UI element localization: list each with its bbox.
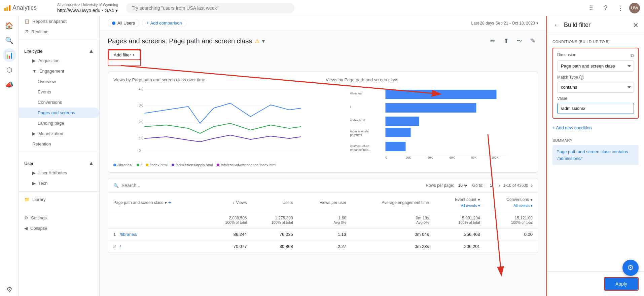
col-header-avg-engagement[interactable]: Average engagement time	[352, 193, 434, 212]
dimension-row: Dimension ⧉	[557, 52, 634, 58]
warning-icon: ⚠	[255, 38, 259, 44]
lifecycle-section-header[interactable]: Life cycle ▲	[19, 43, 99, 55]
svg-text:20K: 20K	[406, 156, 411, 159]
add-comparison-button[interactable]: + Add comparison	[142, 19, 186, 27]
reports-snapshot-icon: 📋	[24, 19, 30, 24]
page-path-add-icon[interactable]: +	[168, 200, 171, 206]
apply-btn-highlight: Apply	[604, 277, 639, 291]
sidebar-item-settings[interactable]: ⚙ Settings	[19, 213, 99, 223]
svg-text:100K: 100K	[492, 156, 499, 159]
totals-row: 2,038,506 100% of total 1,275,399 100% o…	[108, 212, 538, 228]
col-header-conversions[interactable]: Conversions ▾ All events ▾	[486, 193, 538, 212]
apply-button[interactable]: Apply	[605, 278, 638, 290]
icon-nav: 🏠 🔍 📊 ⬡ 📣 ⚙	[0, 16, 19, 296]
legend-sfa-dot	[217, 164, 219, 166]
row2-path[interactable]: /	[120, 244, 121, 249]
sidebar-item-pages-and-screens[interactable]: Pages and screens	[19, 108, 99, 118]
next-page-button[interactable]: ›	[531, 182, 533, 188]
match-type-label: Match Type ?	[557, 75, 634, 80]
sidebar-collapse-btn[interactable]: ◀ Collapse	[19, 223, 99, 234]
row2-events: 206,201	[434, 241, 486, 253]
nav-home-icon[interactable]: 🏠	[3, 19, 16, 32]
monetization-expand-icon: ▶	[32, 131, 36, 136]
add-condition-button[interactable]: + Add new condition	[552, 123, 592, 133]
row1-events: 256,463	[434, 228, 486, 241]
share-icon[interactable]: ⬆	[501, 36, 511, 46]
rows-per-page-select[interactable]: 10 25 50	[457, 183, 468, 188]
sidebar-item-overview[interactable]: Overview	[19, 76, 99, 87]
avatar[interactable]: UW	[629, 3, 640, 13]
condition-block: Dimension ⧉ Page path and screen class M…	[552, 48, 639, 119]
sidebar-item-tech[interactable]: ▶ Tech	[19, 178, 99, 188]
all-users-chip[interactable]: All Users	[108, 19, 139, 27]
sidebar-item-retention[interactable]: Retention	[19, 139, 99, 149]
col-header-event-count[interactable]: Event count ▾ All events ▾	[434, 193, 486, 212]
sidebar-item-user-attributes[interactable]: ▶ User Attributes	[19, 168, 99, 178]
summary-text: Page path and screen class contains '/ad…	[552, 145, 639, 165]
summary-label: SUMMARY	[552, 138, 639, 142]
add-filter-label: Add filter +	[114, 52, 135, 57]
data-table: Page path and screen class ▾ + ↓ Views	[108, 193, 538, 253]
svg-text:3K: 3K	[139, 103, 143, 107]
nav-search-icon[interactable]: 🔍	[3, 34, 16, 47]
logo-area: Analytics	[4, 4, 55, 11]
sidebar-item-realtime[interactable]: ⏱ Realtime	[19, 27, 99, 37]
row1-num: 1	[113, 232, 116, 237]
go-to-input[interactable]	[486, 183, 496, 188]
row2-views: 70,077	[206, 241, 252, 253]
user-section-header[interactable]: User ▲	[19, 155, 99, 168]
row1-users: 76,035	[252, 228, 298, 241]
legend-libraries-label: /libraries/	[117, 163, 133, 167]
gear-fab[interactable]: ⚙	[622, 260, 639, 276]
title-dropdown-btn[interactable]: ▾	[262, 38, 265, 44]
sidebar-item-library[interactable]: 📁 Library	[19, 194, 99, 205]
close-panel-button[interactable]: ✕	[633, 21, 639, 29]
logo-icon	[4, 5, 10, 11]
row1-path[interactable]: /libraries/	[120, 232, 138, 237]
match-type-select[interactable]: contains begins with ends with exactly m…	[557, 82, 634, 93]
help-icon[interactable]: ?	[600, 2, 612, 14]
more-icon[interactable]: ⋮	[614, 2, 627, 14]
customize-icon[interactable]: ✎	[528, 36, 538, 46]
sidebar-acquisition-label: Acquisition	[38, 58, 60, 63]
sidebar-item-engagement[interactable]: ▼ Engagement	[19, 66, 99, 76]
search-bar[interactable]	[126, 3, 294, 13]
col-header-views-per-user[interactable]: Views per user	[298, 193, 352, 212]
legend-sfa-label: /sfa/cost-of-attendance/index.html	[221, 163, 276, 167]
col-header-users[interactable]: Users	[252, 193, 298, 212]
legend-slash-label: /	[141, 163, 142, 167]
edit-report-icon[interactable]: ✏	[487, 36, 498, 46]
date-range-selector[interactable]: Last 28 days Sep 21 - Oct 18, 2023 ▾	[471, 21, 538, 26]
rows-per-page: Rows per page: 10 25 50	[426, 183, 468, 188]
rows-per-page-label: Rows per page:	[426, 183, 454, 188]
col-header-page-path[interactable]: Page path and screen class ▾ +	[108, 193, 206, 212]
account-selector[interactable]: All accounts > University of Wyoming htt…	[57, 2, 118, 13]
row2-num: 2	[113, 244, 116, 249]
sidebar-item-landing-page[interactable]: Landing page	[19, 118, 99, 128]
copy-dimension-icon[interactable]: ⧉	[631, 53, 634, 58]
dimension-select[interactable]: Page path and screen class	[557, 60, 634, 72]
settings-icon: ⚙	[24, 215, 28, 220]
property-selector[interactable]: http://www.uwyo.edu - GA4 ▾	[57, 7, 118, 13]
match-type-help-icon[interactable]: ?	[579, 75, 584, 80]
user-section-chevron-icon: ▲	[88, 160, 94, 166]
prev-page-button[interactable]: ‹	[499, 182, 500, 188]
sidebar-item-events[interactable]: Events	[19, 87, 99, 97]
table-search-input[interactable]	[121, 183, 180, 188]
value-input[interactable]	[557, 103, 634, 114]
insights-icon[interactable]: 〜	[514, 36, 525, 46]
nav-explore-icon[interactable]: ⬡	[3, 63, 16, 77]
sidebar-item-monetization[interactable]: ▶ Monetization	[19, 128, 99, 139]
sidebar-item-conversions[interactable]: Conversions	[19, 97, 99, 108]
sidebar-reports-snapshot-label: Reports snapshot	[32, 19, 67, 24]
col-header-views[interactable]: ↓ Views	[206, 193, 252, 212]
apps-icon[interactable]: ⠿	[585, 2, 597, 14]
nav-advertising-icon[interactable]: 📣	[3, 78, 16, 91]
sidebar-item-acquisition[interactable]: ▶ Acquisition	[19, 55, 99, 66]
search-input[interactable]	[126, 3, 294, 13]
sidebar-item-reports-snapshot[interactable]: 📋 Reports snapshot	[19, 16, 99, 27]
nav-settings-icon[interactable]: ⚙	[3, 283, 16, 296]
back-button[interactable]: ←	[552, 20, 561, 30]
nav-reports-icon[interactable]: 📊	[3, 48, 16, 62]
add-filter-button[interactable]: Add filter +	[108, 50, 140, 60]
